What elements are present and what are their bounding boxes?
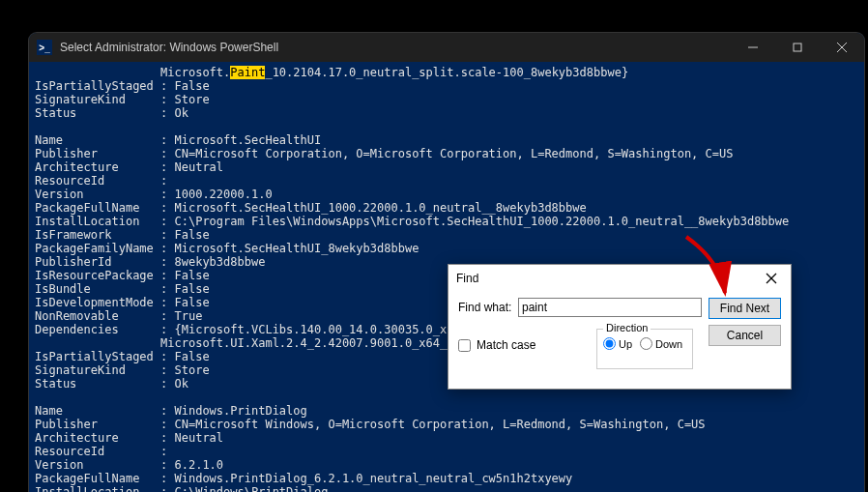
minimize-button[interactable]: [731, 33, 775, 62]
cancel-button[interactable]: Cancel: [709, 325, 781, 346]
direction-down-radio[interactable]: [640, 337, 652, 350]
powershell-icon: >_: [37, 40, 52, 55]
svg-rect-1: [794, 43, 801, 51]
match-case-checkbox[interactable]: [458, 339, 471, 352]
find-close-button[interactable]: [760, 267, 783, 290]
direction-up-radio[interactable]: [603, 337, 616, 350]
direction-legend: Direction: [603, 322, 651, 333]
find-what-label: Find what:: [458, 301, 518, 314]
direction-up-option[interactable]: Up: [603, 337, 632, 350]
match-case-label: Match case: [477, 338, 535, 352]
close-icon: [766, 273, 777, 284]
window-title: Select Administrator: Windows PowerShell: [60, 41, 278, 54]
powershell-window: >_ Select Administrator: Windows PowerSh…: [29, 33, 864, 492]
find-title-text: Find: [456, 272, 478, 285]
titlebar[interactable]: >_ Select Administrator: Windows PowerSh…: [29, 33, 864, 62]
find-what-input[interactable]: [518, 298, 702, 317]
window-controls: [731, 33, 864, 62]
find-dialog-title: Find: [448, 265, 791, 292]
find-dialog: Find Find what: Match case Direction Up …: [448, 264, 792, 390]
close-button[interactable]: [820, 33, 864, 62]
find-next-button[interactable]: Find Next: [709, 298, 781, 319]
direction-group: Direction Up Down: [596, 329, 693, 369]
maximize-button[interactable]: [775, 33, 820, 62]
direction-down-option[interactable]: Down: [640, 337, 682, 350]
